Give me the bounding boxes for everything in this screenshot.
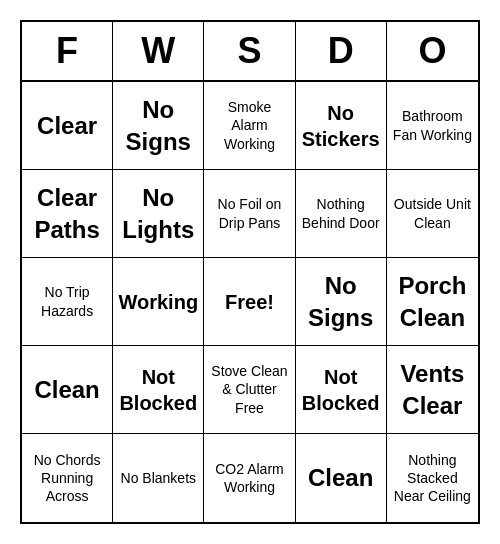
header-letter-s: S — [204, 22, 295, 80]
bingo-cell-11: Working — [113, 258, 204, 346]
bingo-cell-3: No Stickers — [296, 82, 387, 170]
bingo-cell-10: No Trip Hazards — [22, 258, 113, 346]
bingo-cell-13: No Signs — [296, 258, 387, 346]
bingo-cell-24: Nothing Stacked Near Ceiling — [387, 434, 478, 522]
bingo-cell-4: Bathroom Fan Working — [387, 82, 478, 170]
bingo-cell-14: Porch Clean — [387, 258, 478, 346]
bingo-cell-12: Free! — [204, 258, 295, 346]
bingo-cell-1: No Signs — [113, 82, 204, 170]
bingo-cell-7: No Foil on Drip Pans — [204, 170, 295, 258]
bingo-cell-2: Smoke Alarm Working — [204, 82, 295, 170]
bingo-cell-18: Not Blocked — [296, 346, 387, 434]
bingo-cell-19: Vents Clear — [387, 346, 478, 434]
bingo-cell-20: No Chords Running Across — [22, 434, 113, 522]
bingo-cell-22: CO2 Alarm Working — [204, 434, 295, 522]
bingo-cell-23: Clean — [296, 434, 387, 522]
bingo-grid: ClearNo SignsSmoke Alarm WorkingNo Stick… — [22, 82, 478, 522]
bingo-cell-8: Nothing Behind Door — [296, 170, 387, 258]
bingo-cell-21: No Blankets — [113, 434, 204, 522]
bingo-header: FWSDO — [22, 22, 478, 82]
bingo-cell-6: No Lights — [113, 170, 204, 258]
header-letter-o: O — [387, 22, 478, 80]
bingo-cell-16: Not Blocked — [113, 346, 204, 434]
bingo-cell-5: Clear Paths — [22, 170, 113, 258]
header-letter-f: F — [22, 22, 113, 80]
header-letter-w: W — [113, 22, 204, 80]
bingo-cell-0: Clear — [22, 82, 113, 170]
bingo-card: FWSDO ClearNo SignsSmoke Alarm WorkingNo… — [20, 20, 480, 524]
bingo-cell-17: Stove Clean & Clutter Free — [204, 346, 295, 434]
header-letter-d: D — [296, 22, 387, 80]
bingo-cell-15: Clean — [22, 346, 113, 434]
bingo-cell-9: Outside Unit Clean — [387, 170, 478, 258]
